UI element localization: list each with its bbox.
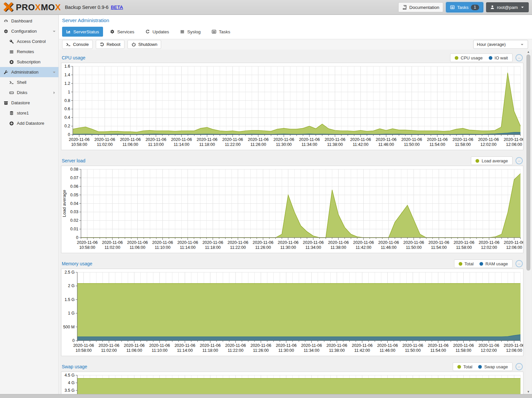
svg-text:2020-11-06: 2020-11-06 xyxy=(353,240,374,245)
cpu-chart-title: CPU usage xyxy=(62,55,86,60)
sidebar-item-access-control[interactable]: Access Control xyxy=(0,36,58,47)
scroll-down-arrow-icon[interactable]: ▼ xyxy=(526,389,531,394)
svg-text:2020-11-06: 2020-11-06 xyxy=(77,240,98,245)
console-button[interactable]: Console xyxy=(62,40,93,49)
legend-label: CPU usage xyxy=(461,55,482,60)
collapse-panel-icon[interactable] xyxy=(515,54,523,61)
legend-item[interactable]: RAM usage xyxy=(479,261,508,266)
server-load-chart: 2020-11-0610:58:002020-11-0611:02:002020… xyxy=(61,166,523,253)
sidebar-item-shell[interactable]: Shell xyxy=(0,77,58,87)
cpu-legend: CPU usageIO wait xyxy=(450,53,513,62)
svg-text:11:50:00: 11:50:00 xyxy=(406,245,422,250)
sidebar-item-dashboard[interactable]: Dashboard xyxy=(0,16,58,26)
svg-text:2020-11-06: 2020-11-06 xyxy=(102,240,123,245)
chevron-down-icon[interactable] xyxy=(52,29,56,34)
svg-text:2020-11-06: 2020-11-06 xyxy=(299,137,320,142)
svg-text:2020-11-06: 2020-11-06 xyxy=(504,343,523,348)
svg-text:0: 0 xyxy=(76,235,78,240)
legend-item[interactable]: Load average xyxy=(476,158,508,163)
collapse-panel-icon[interactable] xyxy=(515,157,523,164)
memory-legend: TotalRAM usage xyxy=(454,259,513,268)
chevron-down-icon xyxy=(520,42,524,47)
legend-item[interactable]: CPU usage xyxy=(455,55,482,60)
beta-link[interactable]: BETA xyxy=(111,5,123,10)
key-icon xyxy=(9,39,14,44)
svg-text:1 G: 1 G xyxy=(68,311,75,315)
legend-label: Load average xyxy=(481,158,508,163)
swap-usage-chart: 2020-11-0610:58:002020-11-0611:02:002020… xyxy=(61,372,523,394)
tab-tasks[interactable]: Tasks xyxy=(208,27,234,37)
sidebar-item-label: Shell xyxy=(17,80,26,85)
svg-text:12:06:00: 12:06:00 xyxy=(506,348,522,353)
svg-text:500 M: 500 M xyxy=(63,325,75,329)
svg-text:11:14:00: 11:14:00 xyxy=(180,245,196,250)
svg-text:2020-11-06: 2020-11-06 xyxy=(401,137,422,142)
svg-text:2020-11-06: 2020-11-06 xyxy=(352,343,372,348)
svg-text:2020-11-06: 2020-11-06 xyxy=(120,137,141,142)
bars-icon xyxy=(9,50,14,54)
svg-text:0.02: 0.02 xyxy=(70,218,78,223)
sidebar-item-add-datastore[interactable]: Add Datastore xyxy=(0,118,58,128)
sidebar-item-subscription[interactable]: Subscription xyxy=(0,57,58,67)
timeframe-value: Hour (average) xyxy=(477,42,506,47)
tab-serverstatus[interactable]: ServerStatus xyxy=(62,27,103,37)
svg-text:2.5 G: 2.5 G xyxy=(64,270,75,275)
wrench-icon xyxy=(3,70,9,75)
vertical-scrollbar[interactable]: ▲ ▼ xyxy=(526,50,531,394)
svg-text:2020-11-06: 2020-11-06 xyxy=(146,137,166,142)
shutdown-button[interactable]: Shutdown xyxy=(127,40,161,49)
cpu-usage-chart: 2020-11-0610:58:002020-11-0611:02:002020… xyxy=(61,63,523,150)
tab-updates[interactable]: Updates xyxy=(141,27,173,37)
svg-text:3.5 G: 3.5 G xyxy=(64,388,75,393)
user-menu-button[interactable]: root@pam xyxy=(486,2,529,12)
legend-item[interactable]: IO wait xyxy=(489,55,508,60)
reboot-label: Reboot xyxy=(107,42,121,47)
svg-text:2020-11-06: 2020-11-06 xyxy=(452,137,473,142)
legend-label: IO wait xyxy=(495,55,508,60)
chevron-down-icon[interactable] xyxy=(52,70,56,75)
terminal-icon xyxy=(9,80,14,85)
sidebar-item-datastore[interactable]: Datastore xyxy=(0,98,58,108)
legend-dot-icon xyxy=(455,56,458,60)
scroll-up-arrow-icon[interactable]: ▲ xyxy=(526,50,531,54)
sidebar-item-disks[interactable]: Disks xyxy=(0,87,58,98)
svg-text:2020-11-06: 2020-11-06 xyxy=(328,240,349,245)
load-section-header: Server load Load average xyxy=(61,156,523,166)
actions-toolbar: Console Reboot Shutdown Hour (average) xyxy=(59,39,532,50)
svg-text:2020-11-06: 2020-11-06 xyxy=(248,137,268,142)
database-icon xyxy=(9,111,14,116)
user-label: root@pam xyxy=(497,5,518,10)
tab-syslog[interactable]: Syslog xyxy=(176,27,205,37)
sidebar-item-remotes[interactable]: Remotes xyxy=(0,47,58,57)
documentation-button[interactable]: Documentation xyxy=(398,2,443,12)
collapse-panel-icon[interactable] xyxy=(515,363,523,370)
main-content: Server Administration ServerStatus Servi… xyxy=(59,15,532,394)
rotate-left-icon xyxy=(100,42,104,47)
sidebar-item-label: Remotes xyxy=(17,49,34,54)
sidebar-item-store1[interactable]: store1 xyxy=(0,108,58,118)
svg-text:2020-11-06: 2020-11-06 xyxy=(377,343,398,348)
svg-text:2020-11-06: 2020-11-06 xyxy=(428,343,448,348)
vertical-scrollbar-thumb[interactable] xyxy=(526,54,530,271)
sidebar-item-label: Configuration xyxy=(11,29,37,34)
sidebar-item-administration[interactable]: Administration xyxy=(0,67,58,77)
reboot-button[interactable]: Reboot xyxy=(96,40,124,49)
svg-text:2020-11-06: 2020-11-06 xyxy=(177,240,198,245)
tab-services[interactable]: Services xyxy=(106,27,138,37)
legend-item[interactable]: Total xyxy=(459,261,474,266)
legend-item[interactable]: Total xyxy=(457,364,472,369)
svg-text:2020-11-06: 2020-11-06 xyxy=(325,137,345,142)
horizontal-scrollbar[interactable] xyxy=(0,394,532,398)
list-alt-icon xyxy=(450,5,455,10)
tasks-button[interactable]: Tasks 1 xyxy=(446,2,483,12)
sidebar-item-configuration[interactable]: Configuration xyxy=(0,26,58,36)
timeframe-select[interactable]: Hour (average) xyxy=(473,40,528,49)
collapse-panel-icon[interactable] xyxy=(515,260,523,267)
svg-text:0: 0 xyxy=(72,338,75,343)
svg-text:2020-11-06: 2020-11-06 xyxy=(69,137,89,142)
legend-item[interactable]: Swap usage xyxy=(478,364,508,369)
svg-text:11:26:00: 11:26:00 xyxy=(253,348,269,353)
list-alt-icon xyxy=(212,29,216,34)
svg-text:2020-11-06: 2020-11-06 xyxy=(98,343,119,348)
chevron-right-icon[interactable] xyxy=(52,90,56,95)
